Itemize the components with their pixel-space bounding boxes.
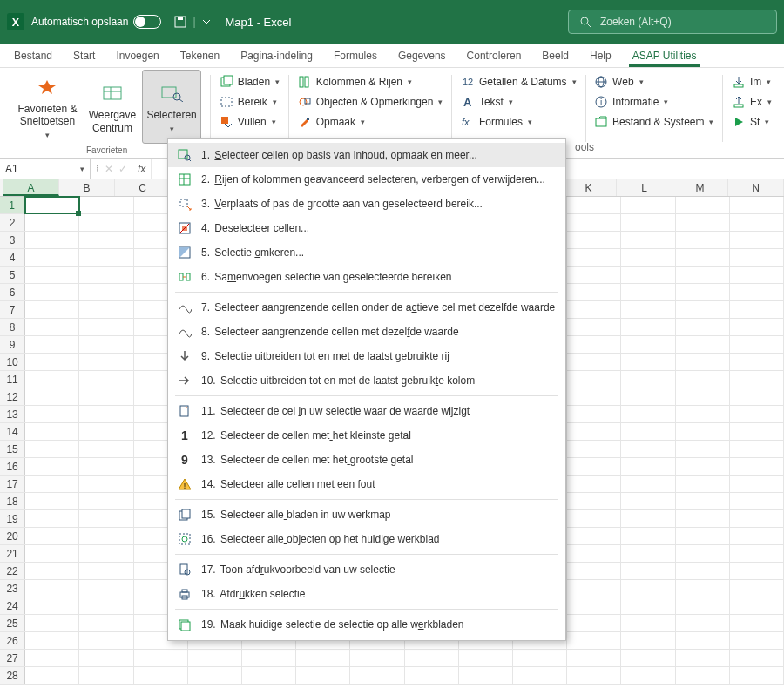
cell[interactable] [25,615,79,631]
menu-item-6[interactable]: 6. Samenvoegen selectie van geselecteerd… [168,265,565,289]
ribbon-btn-getallen-datums[interactable]: 12Getallen & Datums ▾ [456,73,582,91]
cell[interactable] [730,545,784,562]
cell[interactable] [25,632,79,649]
cell[interactable] [676,563,730,579]
row-header[interactable]: 25 [0,615,25,631]
cell[interactable] [621,476,675,492]
cell[interactable] [79,354,133,370]
menu-item-10[interactable]: 10. Selectie uitbreiden tot en met de la… [168,368,565,393]
cell[interactable] [567,667,621,684]
cell[interactable] [25,597,79,614]
cell[interactable] [730,493,784,509]
cell[interactable] [676,406,730,422]
cell[interactable] [79,667,133,684]
row-header[interactable]: 7 [0,301,25,318]
cell[interactable] [676,197,730,213]
cell[interactable] [567,650,621,666]
cell[interactable] [513,667,567,684]
cell[interactable] [567,267,621,283]
cell[interactable] [621,319,675,335]
cell[interactable] [676,388,730,405]
ribbon-btn-ex[interactable]: Ex ▾ [727,93,777,111]
cell[interactable] [296,650,350,666]
row-header[interactable]: 27 [0,650,25,666]
ribbon-btn-opmaak[interactable]: Opmaak ▾ [293,113,449,131]
cell[interactable] [79,301,133,318]
cell[interactable] [350,650,404,666]
selecteren-button[interactable]: Selecteren▾ [142,70,201,144]
cell[interactable] [79,319,133,335]
menu-item-18[interactable]: 18. Afdrukken selectie [168,582,565,606]
row-header[interactable]: 26 [0,632,25,649]
cell[interactable] [621,563,675,579]
cell[interactable] [676,284,730,300]
cell[interactable] [25,458,79,475]
cell[interactable] [730,597,784,614]
ribbon-btn-web[interactable]: Web ▾ [589,73,719,91]
cell[interactable] [730,336,784,353]
row-header[interactable]: 6 [0,284,25,300]
customize-dropdown-icon[interactable] [201,17,212,27]
ribbon-btn-bestand-systeem[interactable]: Bestand & Systeem ▾ [589,113,719,131]
menu-item-4[interactable]: 4. Deselecteer cellen... [168,216,565,240]
menu-item-13[interactable]: 913. Selecteer de cellen met het grootst… [168,448,565,472]
row-header[interactable]: 20 [0,528,25,544]
ribbon-tab-asap-utilities[interactable]: ASAP Utilities [622,44,707,67]
row-header[interactable]: 4 [0,249,25,266]
search-box[interactable]: Zoeken (Alt+Q) [568,10,777,34]
cell[interactable] [621,441,675,457]
ribbon-btn-objecten-opmerkingen[interactable]: Objecten & Opmerkingen ▾ [293,93,449,111]
cell[interactable] [79,388,133,405]
ribbon-btn-kolommen-rijen[interactable]: Kolommen & Rijen ▾ [293,73,449,91]
cell[interactable] [730,476,784,492]
cell[interactable] [79,632,133,649]
row-header[interactable]: 19 [0,510,25,527]
row-header[interactable]: 16 [0,458,25,475]
cell[interactable] [676,528,730,544]
ribbon-tab-controleren[interactable]: Controleren [456,44,532,67]
row-header[interactable]: 8 [0,319,25,335]
cell[interactable] [79,249,133,266]
cell[interactable] [676,354,730,370]
column-header[interactable]: L [617,179,672,196]
cell[interactable] [676,493,730,509]
cell[interactable] [730,510,784,527]
cell[interactable] [676,632,730,649]
row-header[interactable]: 5 [0,267,25,283]
menu-item-3[interactable]: 3. Verplaats of pas de grootte aan van g… [168,192,565,216]
cell[interactable] [730,632,784,649]
cell[interactable] [621,354,675,370]
save-icon[interactable] [173,15,187,29]
cell[interactable] [621,545,675,562]
cell[interactable] [730,301,784,318]
cell[interactable] [242,650,296,666]
row-header[interactable]: 15 [0,441,25,457]
cell[interactable] [621,528,675,544]
cell[interactable] [676,597,730,614]
menu-item-9[interactable]: 9. Selectie uitbreiden tot en met de laa… [168,344,565,368]
row-header[interactable]: 17 [0,476,25,492]
cell[interactable] [25,406,79,422]
ribbon-btn-informatie[interactable]: iInformatie ▾ [589,93,719,111]
cell[interactable] [79,597,133,614]
cell[interactable] [567,423,621,440]
cell[interactable] [676,441,730,457]
cell[interactable] [567,615,621,631]
cell[interactable] [567,528,621,544]
row-header[interactable]: 11 [0,371,25,388]
cell[interactable] [676,249,730,266]
cancel-icon[interactable]: ✕ [105,163,113,175]
cell[interactable] [730,319,784,335]
ribbon-btn-im[interactable]: Im ▾ [727,73,777,91]
cell[interactable] [405,667,459,684]
cell[interactable] [676,301,730,318]
cell[interactable] [79,615,133,631]
cell[interactable] [676,476,730,492]
cell[interactable] [79,267,133,283]
cell[interactable] [134,667,188,684]
cell[interactable] [25,545,79,562]
cell[interactable] [567,301,621,318]
cell[interactable] [676,615,730,631]
cell[interactable] [621,650,675,666]
menu-item-16[interactable]: 16. Selecteer alle objecten op het huidi… [168,527,565,551]
